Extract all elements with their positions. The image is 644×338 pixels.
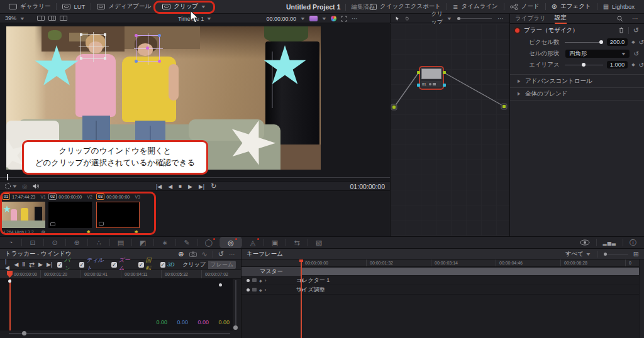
inspector-options-menu[interactable]: ⋯ [632, 15, 639, 22]
viewer-timecode[interactable]: 00:00:00:00 [267, 16, 297, 22]
clip-thumbnail[interactable] [48, 202, 92, 228]
viewer-scrubber-track[interactable] [0, 177, 390, 178]
track-to-end-button[interactable]: ▶| [47, 261, 52, 268]
magic-mask-icon[interactable]: ◬ [242, 237, 264, 248]
motion-effects-icon[interactable]: ▤ [110, 237, 131, 248]
power-window-icon[interactable]: ◯ [198, 237, 219, 248]
chevron-right-icon[interactable]: › [265, 287, 267, 293]
master-track-bar[interactable] [301, 268, 644, 275]
viewer-options-menu[interactable]: ⋯ [352, 15, 358, 22]
tracker-options-menu[interactable]: ⋯ [229, 251, 236, 258]
node-rgb-output[interactable] [443, 71, 446, 74]
tracker-handle[interactable] [158, 60, 161, 63]
keyframe-vscroll-strip[interactable] [639, 259, 644, 338]
tracker-handle[interactable] [135, 60, 138, 63]
tracker-handle[interactable] [104, 33, 106, 36]
key-tool-icon[interactable]: ⇆ [286, 237, 308, 248]
bypass-icon[interactable]: ◎ [22, 183, 28, 190]
expand-icon[interactable] [341, 16, 347, 22]
info-icon[interactable]: ⓘ [630, 238, 636, 248]
tracker-handle[interactable] [135, 34, 138, 37]
media-pool-button[interactable]: メディアプール [91, 0, 157, 14]
track-back-button[interactable]: ◀ [14, 261, 18, 268]
alias-slider[interactable] [565, 63, 603, 67]
clip-button[interactable]: クリップ ▼ [157, 0, 211, 14]
bypass-grade-icon[interactable] [580, 239, 590, 246]
lut-button[interactable]: LUT [57, 0, 91, 14]
clip-card-1[interactable]: 01 17:47:44:23 V1 H.264 High L3.2 ⊛ [2, 194, 46, 200]
pan-checkbox[interactable]: ✓ [57, 262, 62, 268]
clip-mode-button[interactable]: クリップ [180, 261, 208, 269]
effect-reset-icon[interactable]: ↺ [633, 26, 639, 35]
keyframe-diamond-icon[interactable]: ◆ [631, 40, 635, 45]
color-warper-icon[interactable]: ∗ [154, 237, 175, 248]
tracker-hscroll-handle[interactable] [22, 331, 26, 335]
zoom-checkbox[interactable]: ✓ [111, 262, 116, 268]
alias-value-field[interactable]: 1.000 [607, 61, 628, 68]
lightbox-button[interactable]: ▦ Lightbox [597, 0, 640, 14]
single-view-icon[interactable] [37, 16, 45, 21]
tracker-handle[interactable] [80, 33, 82, 36]
node-zoom-slider[interactable] [457, 17, 492, 20]
lock-icon[interactable] [252, 288, 257, 292]
effects-button[interactable]: ⊛ エフェクト [546, 0, 597, 14]
camera-raw-icon[interactable]: ◔ [0, 237, 21, 248]
stereo-3d-icon[interactable]: ▧ [308, 237, 330, 248]
viewer-scrubber-playhead[interactable] [7, 174, 8, 180]
pixels-value-field[interactable]: 200.0 [607, 38, 628, 46]
keyframe-playhead-line[interactable] [301, 259, 302, 338]
color-palette-icon[interactable] [331, 16, 336, 21]
tracker-window-2-selected[interactable] [136, 35, 160, 62]
tracker-handle[interactable] [80, 57, 82, 60]
reset-icon[interactable]: ↺ [639, 62, 644, 68]
tracker-handle[interactable] [158, 34, 161, 37]
wipe-mode-button[interactable]: ▼ [5, 183, 17, 189]
reset-icon[interactable]: ↺ [634, 50, 639, 57]
clip-card-2[interactable]: 02 00:00:00:00 V2 ∗ [48, 194, 92, 200]
keyframe-diamond-icon[interactable]: ◆ [631, 62, 635, 67]
grid-view-icon[interactable] [48, 16, 56, 21]
clip-thumbnail[interactable] [96, 202, 140, 228]
node-options-menu[interactable]: ⋯ [497, 15, 504, 22]
play-button[interactable]: ▶ [188, 183, 192, 190]
hdr-wheels-icon[interactable]: ⊕ [66, 237, 87, 248]
keyframe-diamond-icon[interactable]: ◆ [259, 288, 262, 292]
threed-checkbox[interactable]: ✓ [160, 262, 165, 268]
curves-icon[interactable]: ◩ [132, 237, 153, 248]
graph-icon[interactable]: ∿ [202, 250, 208, 258]
group-global-blend[interactable]: ▼ 全体のブレンド [510, 87, 644, 101]
clip-thumbnail[interactable] [2, 202, 45, 228]
keyframe-diamond-icon[interactable]: ◆ [259, 278, 262, 283]
tracker-handle[interactable] [104, 57, 106, 60]
tracker-vscrollbar[interactable] [235, 280, 236, 329]
search-icon[interactable] [617, 16, 623, 22]
keyframe-row-master[interactable]: マスター [242, 267, 644, 276]
keyframe-playhead-marker[interactable] [299, 259, 303, 262]
tracker-vscroll-handle[interactable] [233, 325, 238, 330]
pause-button[interactable]: ‖ [22, 261, 25, 268]
color-match-icon[interactable]: ⊡ [22, 237, 43, 248]
cell-shape-select[interactable]: 四角形 ▼ [565, 50, 630, 58]
node-key-input[interactable] [417, 84, 420, 87]
last-frame-button[interactable]: ▶| [199, 183, 204, 190]
tab-settings[interactable]: 設定 [555, 14, 567, 24]
first-frame-button[interactable]: |◀ [156, 183, 162, 190]
expand-panel-icon[interactable]: ⊞ [633, 250, 639, 258]
enable-dot-icon[interactable] [247, 288, 250, 292]
keyframe-row-size[interactable]: ◆ › サイズ調整 [242, 285, 644, 295]
scopes-icon[interactable]: ▂▅▃ [603, 240, 616, 246]
color-wheels-icon[interactable]: ⊙ [44, 237, 65, 248]
pixels-slider[interactable] [565, 40, 603, 44]
node-key-output[interactable] [443, 84, 446, 87]
camera-icon[interactable] [189, 251, 197, 257]
tracker-window-1[interactable] [80, 34, 106, 59]
node-graph[interactable]: 01 [390, 24, 509, 236]
rgb-mixer-icon[interactable]: ∴ [88, 237, 109, 248]
group-advanced-controls[interactable]: ▼ アドバンスコントロール [510, 74, 644, 87]
effect-enable-toggle[interactable] [515, 28, 519, 33]
stop-button[interactable]: ■ [179, 183, 182, 189]
timeline-page-button[interactable]: ≣ タイムライン [447, 0, 504, 14]
chevron-right-icon[interactable]: › [265, 278, 267, 283]
tracker-tool-icon[interactable]: ◎ [220, 237, 242, 248]
tracker-center-handle[interactable] [146, 46, 149, 50]
